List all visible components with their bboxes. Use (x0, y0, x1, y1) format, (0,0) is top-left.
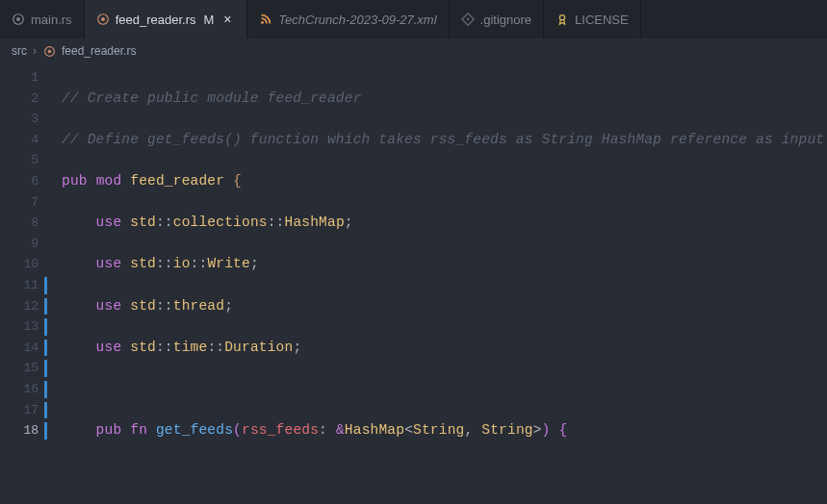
chevron-right-icon: › (33, 44, 37, 58)
license-icon (556, 13, 569, 26)
svg-point-5 (466, 18, 468, 20)
svg-point-1 (16, 17, 20, 21)
breadcrumb-file: feed_reader.rs (62, 44, 136, 58)
tab-label: .gitignore (480, 13, 531, 27)
rust-icon (12, 13, 25, 26)
tab-techcrunch-xml[interactable]: TechCrunch-2023-09-27.xml (247, 0, 449, 38)
tab-main-rs[interactable]: main.rs (0, 0, 85, 38)
tab-bar: main.rs feed_reader.rs M × TechCrunch-20… (0, 0, 827, 38)
line-gutter: 1 2 3 4 5 6 7 8 9 10 11 12 13 14 15 16 1… (0, 63, 48, 504)
git-icon (461, 13, 475, 26)
rss-icon (259, 13, 272, 26)
rust-icon (96, 13, 110, 26)
modified-indicator: M (203, 13, 214, 27)
tab-label: LICENSE (575, 13, 629, 27)
svg-point-6 (559, 15, 564, 20)
tab-label: main.rs (31, 13, 72, 27)
close-icon[interactable]: × (220, 12, 235, 27)
tab-feed-reader-rs[interactable]: feed_reader.rs M × (85, 0, 248, 38)
tab-gitignore[interactable]: .gitignore (450, 0, 544, 38)
svg-point-8 (47, 49, 51, 53)
breadcrumb[interactable]: src › feed_reader.rs (0, 38, 827, 63)
code-editor[interactable]: 1 2 3 4 5 6 7 8 9 10 11 12 13 14 15 16 1… (0, 63, 827, 504)
tab-label: TechCrunch-2023-09-27.xml (278, 13, 436, 27)
tab-license[interactable]: LICENSE (544, 0, 641, 38)
breadcrumb-folder: src (12, 44, 27, 58)
rust-icon (42, 44, 56, 58)
svg-point-3 (101, 17, 105, 21)
tab-label: feed_reader.rs (116, 13, 196, 27)
code-area[interactable]: // Create public module feed_reader // D… (48, 63, 827, 504)
svg-point-4 (261, 21, 264, 24)
